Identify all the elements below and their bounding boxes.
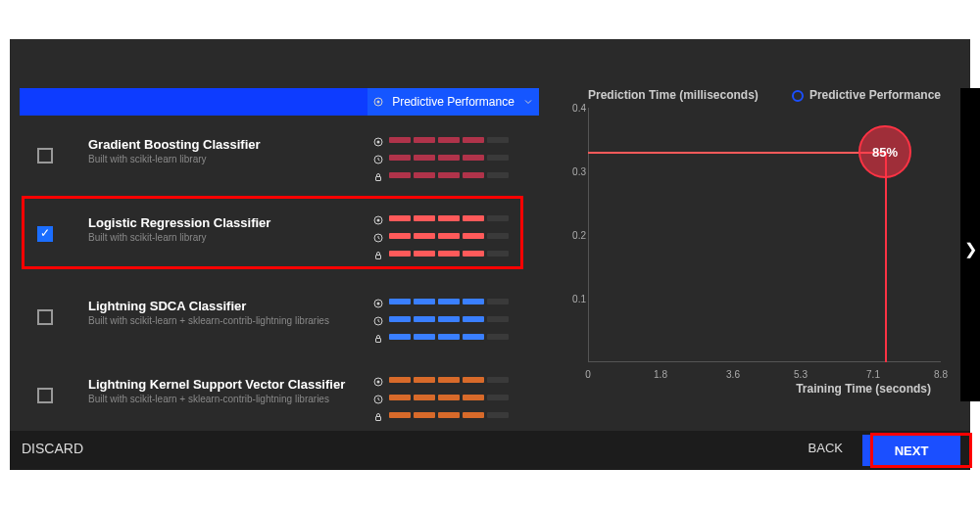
target-icon (372, 96, 384, 108)
model-metrics (372, 294, 529, 347)
svg-point-7 (377, 219, 380, 222)
sort-dropdown[interactable]: Predictive Performance (368, 88, 539, 116)
svg-point-1 (377, 101, 380, 104)
model-subtitle: Built with scikit-learn library (88, 232, 207, 243)
train-time-line (885, 152, 887, 362)
sort-bar-left (20, 88, 368, 116)
chevron-down-icon (522, 96, 534, 108)
x-tick: 3.6 (726, 369, 740, 380)
svg-rect-13 (376, 339, 381, 343)
model-subtitle: Built with scikit-learn + sklearn-contri… (88, 394, 329, 404)
clock-icon (372, 392, 384, 403)
x-tick: 0 (585, 369, 591, 380)
model-checkbox[interactable] (37, 309, 53, 325)
clock-icon (372, 313, 384, 325)
target-icon (372, 212, 384, 224)
target-icon (372, 374, 384, 386)
sort-bar: Predictive Performance (20, 88, 539, 116)
chart-area: Prediction Time (milliseconds) Predictiv… (559, 88, 951, 411)
legend-label: Predictive Performance (809, 88, 941, 102)
target-icon (372, 296, 384, 307)
sort-label: Predictive Performance (392, 95, 514, 109)
model-list: Predictive Performance Gradient Boosting… (10, 78, 549, 431)
performance-value: 85% (872, 145, 898, 160)
model-checkbox[interactable] (37, 388, 53, 403)
model-metrics (372, 372, 529, 425)
y-axis (588, 108, 589, 362)
model-title: Gradient Boosting Classifier (88, 137, 261, 152)
lock-icon (372, 248, 384, 259)
svg-point-15 (377, 381, 380, 384)
x-tick: 5.3 (794, 369, 808, 380)
x-tick: 1.8 (654, 369, 667, 380)
model-checkbox[interactable] (37, 226, 53, 242)
svg-rect-5 (376, 177, 381, 181)
model-metrics (372, 132, 529, 185)
back-button[interactable]: BACK (808, 441, 843, 455)
x-tick: 8.8 (934, 369, 948, 380)
model-title: Lightning SDCA Classifier (88, 299, 246, 313)
chart-legend: Predictive Performance (792, 88, 941, 102)
x-axis (588, 361, 941, 362)
model-row[interactable]: Gradient Boosting ClassifierBuilt with s… (20, 122, 539, 196)
lock-icon (372, 169, 384, 181)
clock-icon (372, 152, 384, 164)
lock-icon (372, 409, 384, 421)
chart-plot: 0.4 0.3 0.2 0.1 0 1.8 3.6 5.3 7.1 8.8 85… (588, 108, 941, 362)
x-tick: 7.1 (866, 369, 880, 380)
chart-yaxis-title: Prediction Time (milliseconds) (588, 88, 759, 102)
discard-button[interactable]: DISCARD (22, 441, 83, 456)
model-subtitle: Built with scikit-learn library (88, 154, 207, 164)
svg-point-11 (377, 303, 380, 305)
model-title: Lightning Kernel Support Vector Classifi… (88, 377, 345, 392)
app-root: 1. Select a feature set 2. Choose a mode… (0, 0, 980, 514)
target-icon (372, 134, 384, 146)
model-checkbox[interactable] (37, 148, 53, 164)
y-tick: 0.1 (566, 294, 586, 304)
footer-bar: DISCARD BACK NEXT (10, 431, 970, 470)
pred-time-line (588, 152, 885, 154)
model-title: Logistic Regression Classifier (88, 215, 270, 230)
svg-point-3 (377, 141, 380, 144)
model-subtitle: Built with scikit-learn + sklearn-contri… (88, 315, 329, 326)
svg-rect-9 (376, 256, 381, 259)
model-row[interactable]: Logistic Regression ClassifierBuilt with… (20, 201, 539, 274)
clock-icon (372, 230, 384, 242)
chart-xaxis-title: Training Time (seconds) (796, 382, 931, 396)
next-button[interactable]: NEXT (862, 435, 960, 466)
y-tick: 0.2 (566, 230, 586, 241)
lock-icon (372, 331, 384, 343)
svg-rect-17 (376, 417, 381, 421)
model-row[interactable]: Lightning Kernel Support Vector Classifi… (20, 362, 539, 436)
legend-marker-icon (792, 90, 804, 102)
model-metrics (372, 210, 529, 263)
chevron-right-icon[interactable]: ❯ (964, 240, 977, 258)
y-tick: 0.3 (566, 166, 586, 177)
y-tick: 0.4 (566, 103, 586, 114)
performance-bubble[interactable]: 85% (858, 125, 911, 178)
model-row[interactable]: Lightning SDCA ClassifierBuilt with scik… (20, 284, 539, 357)
